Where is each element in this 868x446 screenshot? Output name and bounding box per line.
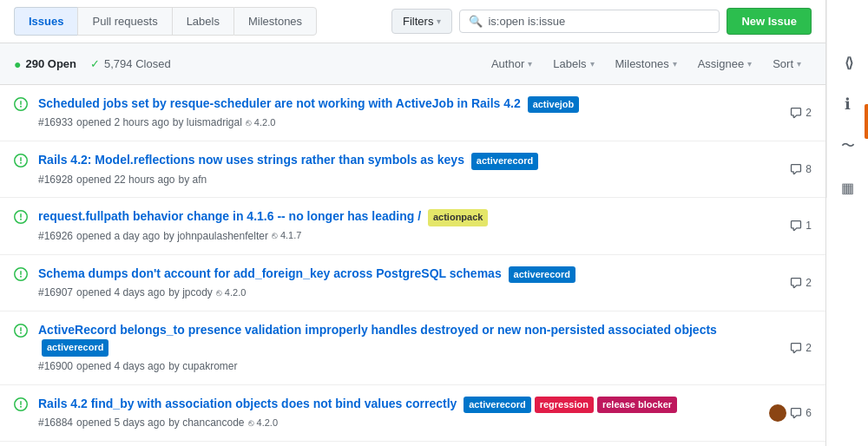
issue-opened: opened 22 hours ago: [76, 173, 174, 187]
comment-count: 8: [806, 163, 812, 175]
issue-by: by johnpaulashenfelter: [163, 229, 268, 244]
issue-by: by jpcody: [168, 285, 213, 300]
issue-open-icon: [14, 97, 28, 114]
issue-number: #16900: [38, 359, 73, 374]
issue-opened: opened 5 days ago: [76, 416, 165, 430]
issue-title[interactable]: request.fullpath behavior change in 4.1.…: [38, 208, 779, 226]
issue-title[interactable]: Schema dumps don't account for add_forei…: [38, 266, 779, 283]
issue-title[interactable]: ActiveRecord belongs_to presence validat…: [38, 322, 779, 357]
milestones-chevron-icon: ▾: [673, 59, 677, 69]
label-badge: regression: [535, 397, 594, 413]
label-badge: actionpack: [428, 209, 488, 226]
issue-body: Rails 4.2 find_by with association objec…: [38, 396, 759, 430]
orange-indicator: [865, 104, 868, 139]
issue-opened: opened a day ago: [76, 229, 160, 244]
issue-title[interactable]: Rails 4.2: Model.reflections now uses st…: [38, 152, 779, 169]
issue-body: request.fullpath behavior change in 4.1.…: [38, 208, 779, 243]
issue-meta: #16933 opened 2 hours ago by luismadriga…: [38, 115, 779, 130]
issue-opened: opened 4 days ago: [76, 285, 165, 300]
open-circle-icon: ●: [14, 57, 21, 71]
issue-title[interactable]: Scheduled jobs set by resque-scheduler a…: [38, 95, 779, 113]
search-value: is:open is:issue: [488, 15, 565, 28]
issue-item: Rails 4.2 find_by with association objec…: [0, 385, 825, 442]
search-icon: 🔍: [469, 15, 483, 28]
issue-number: #16928: [38, 173, 73, 187]
issue-comments[interactable]: 2: [790, 277, 812, 289]
issue-body: ActiveRecord belongs_to presence validat…: [38, 322, 779, 374]
issue-open-icon: [14, 397, 28, 414]
issue-item: Scheduled jobs set by resque-scheduler a…: [0, 85, 825, 141]
issue-item: Rails 4.2: Model.reflections now uses st…: [0, 141, 825, 198]
issue-number: #16933: [38, 115, 73, 130]
filters-button[interactable]: Filters ▾: [391, 9, 452, 34]
label-badge: activerecord: [464, 397, 530, 413]
label-badge: release blocker: [597, 397, 677, 413]
issue-opened: opened 2 hours ago: [76, 115, 169, 130]
author-filter[interactable]: Author ▾: [481, 52, 542, 75]
search-box[interactable]: 🔍 is:open is:issue: [459, 10, 720, 33]
assignee-chevron-icon: ▾: [747, 59, 752, 69]
issue-number: #16907: [38, 285, 73, 300]
milestone-badge: ⎋ 4.2.0: [246, 116, 275, 129]
issue-item: Schema dumps don't account for add_forei…: [0, 255, 825, 312]
closed-count-text: 5,794 Closed: [104, 57, 171, 70]
issue-comments[interactable]: 1: [790, 220, 812, 232]
issue-meta: #16907 opened 4 days ago by jpcody ⎋ 4.2…: [38, 285, 779, 300]
label-badge: activejob: [528, 96, 580, 113]
comment-count: 2: [806, 277, 812, 289]
issue-open-icon: [14, 210, 28, 226]
label-badge: activerecord: [471, 153, 538, 169]
open-count-text: 290 Open: [25, 57, 76, 70]
issue-by: by chancancode: [168, 416, 244, 430]
issue-meta: #16884 opened 5 days ago by chancancode …: [38, 416, 759, 430]
issue-by: by afn: [178, 173, 207, 187]
issue-by: by cupakromer: [168, 359, 237, 374]
pulse-icon[interactable]: 〜: [838, 135, 858, 156]
issue-title[interactable]: Rails 4.2 find_by with association objec…: [38, 396, 759, 413]
issue-comments[interactable]: 2: [790, 107, 812, 119]
avatar: [769, 404, 786, 422]
issue-open-icon: [14, 154, 28, 170]
issue-item: request.fullpath behavior change in 4.1.…: [0, 198, 825, 254]
issue-body: Schema dumps don't account for add_forei…: [38, 266, 779, 300]
tab-pull-requests[interactable]: Pull requests: [77, 7, 171, 36]
top-nav: Issues Pull requests Labels Milestones F…: [0, 0, 825, 43]
tab-milestones[interactable]: Milestones: [233, 7, 317, 36]
sort-filter[interactable]: Sort ▾: [762, 52, 812, 75]
issue-comments[interactable]: 2: [790, 342, 812, 354]
bar-chart-icon[interactable]: ▦: [838, 177, 858, 198]
code-icon[interactable]: ⟨⟩: [838, 52, 858, 73]
label-badge: activerecord: [42, 339, 108, 356]
labels-chevron-icon: ▾: [590, 59, 595, 69]
tab-labels[interactable]: Labels: [172, 7, 233, 36]
issue-comments[interactable]: 8: [790, 163, 812, 175]
author-chevron-icon: ▾: [528, 59, 532, 69]
closed-count[interactable]: ✓ 5,794 Closed: [90, 57, 171, 70]
filters-label: Filters: [403, 15, 433, 28]
open-closed-counts: ● 290 Open ✓ 5,794 Closed: [14, 57, 171, 71]
issue-comments[interactable]: 6: [769, 404, 812, 422]
tab-issues[interactable]: Issues: [14, 7, 77, 36]
milestone-icon: ⎋: [248, 416, 254, 430]
comment-count: 6: [806, 407, 812, 419]
milestone-icon: ⎋: [272, 229, 278, 242]
milestone-badge: ⎋ 4.2.0: [216, 286, 246, 299]
assignee-label: Assignee: [698, 57, 744, 70]
issue-number: #16926: [38, 229, 73, 244]
new-issue-button[interactable]: New Issue: [727, 8, 812, 35]
labels-filter[interactable]: Labels ▾: [542, 52, 604, 75]
issue-meta: #16900 opened 4 days ago by cupakromer: [38, 359, 779, 374]
info-icon[interactable]: ℹ: [838, 94, 858, 115]
issue-by: by luismadrigal: [173, 115, 242, 130]
issue-body: Rails 4.2: Model.reflections now uses st…: [38, 152, 779, 187]
open-count: ● 290 Open: [14, 57, 76, 71]
author-label: Author: [491, 57, 524, 70]
issues-toolbar: ● 290 Open ✓ 5,794 Closed Author ▾ Label…: [0, 43, 825, 85]
issue-body: Scheduled jobs set by resque-scheduler a…: [38, 95, 779, 130]
issue-item: ActiveRecord belongs_to presence validat…: [0, 312, 825, 385]
assignee-filter[interactable]: Assignee ▾: [687, 52, 762, 75]
label-badge: activerecord: [509, 266, 575, 283]
comment-count: 2: [806, 342, 812, 354]
milestone-icon: ⎋: [246, 116, 252, 129]
milestones-filter[interactable]: Milestones ▾: [605, 52, 687, 75]
